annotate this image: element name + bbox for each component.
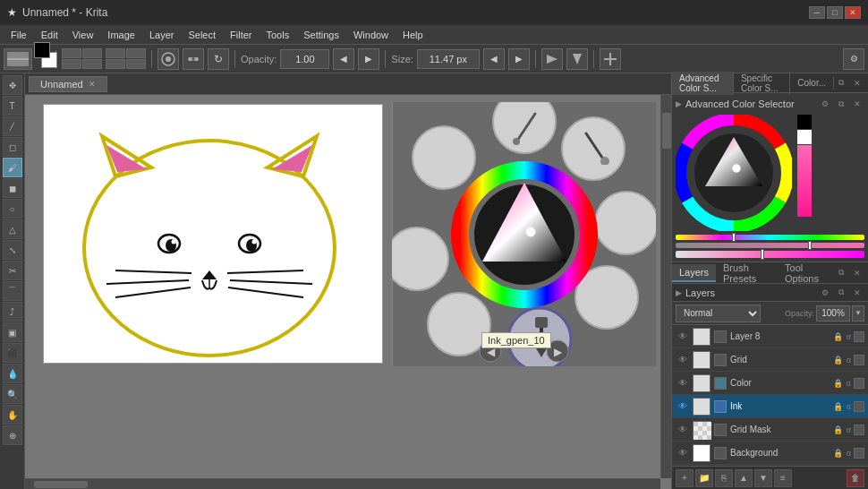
preset-btn-3[interactable] xyxy=(62,59,81,69)
tab-layers[interactable]: Layers xyxy=(672,264,716,282)
color-wheel[interactable] xyxy=(676,115,792,231)
tool-freehand[interactable]: ╱ xyxy=(3,116,22,136)
layer-lock-color[interactable]: 🔒 xyxy=(833,378,844,389)
preset-btn-7[interactable] xyxy=(106,59,125,69)
tool-brush[interactable]: 🖌 xyxy=(3,158,22,177)
menu-image[interactable]: Image xyxy=(100,28,142,42)
canvas-vscroll[interactable] xyxy=(660,95,671,478)
tool-eraser[interactable]: ◼ xyxy=(3,178,22,198)
tab-specific-color[interactable]: Specific Color S... xyxy=(734,72,790,95)
layer-lock-8[interactable]: 🔒 xyxy=(833,331,844,342)
canvas-area[interactable]: ◀ ▶ xyxy=(25,95,671,489)
flip-h-btn[interactable] xyxy=(541,48,563,70)
fg-bg-colors[interactable] xyxy=(34,42,50,75)
flip-v-btn[interactable] xyxy=(566,48,588,70)
preset-btn-5[interactable] xyxy=(106,48,125,58)
layers-settings-icon[interactable]: ⚙ xyxy=(818,286,832,300)
refresh-btn[interactable]: ↻ xyxy=(208,48,229,70)
tool-polygon[interactable]: △ xyxy=(3,219,22,239)
menu-help[interactable]: Help xyxy=(396,28,430,42)
size-up-btn[interactable]: ▶ xyxy=(508,48,530,70)
layer-opacity-input[interactable] xyxy=(816,305,850,322)
tool-bezier[interactable]: ⤴ xyxy=(3,302,22,322)
minimize-button[interactable]: ─ xyxy=(809,6,825,19)
layer-add-btn[interactable]: + xyxy=(676,469,694,487)
tool-gradient[interactable]: ▣ xyxy=(3,322,22,342)
tool-transform[interactable]: ⤡ xyxy=(3,240,22,260)
layer-blend-mode[interactable]: Normal xyxy=(676,305,761,322)
tool-fill[interactable]: ⬛ xyxy=(3,343,22,363)
layer-opacity-options[interactable]: ▼ xyxy=(852,305,864,322)
opacity-up-btn[interactable]: ▶ xyxy=(358,48,379,70)
maximize-button[interactable]: □ xyxy=(827,6,843,19)
brush-type-btn[interactable] xyxy=(157,48,179,70)
tool-measure[interactable]: ✂ xyxy=(3,261,22,280)
brush-pattern-selector[interactable] xyxy=(4,48,32,70)
tab-brush-presets[interactable]: Brush Presets xyxy=(716,262,778,287)
settings-icon[interactable]: ⚙ xyxy=(843,48,864,70)
tool-zoom[interactable]: 🔍 xyxy=(3,384,22,404)
layer-vis-8[interactable]: 👁 xyxy=(676,330,690,344)
tool-move[interactable]: ✥ xyxy=(3,75,22,95)
tool-eyedrop[interactable]: 💧 xyxy=(3,364,22,383)
layer-row-color[interactable]: 👁 Color 🔒 α xyxy=(672,372,868,395)
menu-select[interactable]: Select xyxy=(181,28,223,42)
swatch-white[interactable] xyxy=(797,130,812,144)
layers-close-icon[interactable]: ✕ xyxy=(850,286,864,300)
layer-lock-grid[interactable]: 🔒 xyxy=(833,355,844,365)
menu-layer[interactable]: Layer xyxy=(142,28,182,42)
tab-color[interactable]: Color... xyxy=(790,76,834,90)
preset-btn-2[interactable] xyxy=(82,48,102,58)
tool-text[interactable]: T xyxy=(3,96,22,116)
foreground-color[interactable] xyxy=(34,42,50,58)
layer-row-8[interactable]: 👁 Layer 8 🔒 α xyxy=(672,325,868,348)
canvas-tab-close[interactable]: ✕ xyxy=(89,80,96,89)
tab-tool-options[interactable]: Tool Options xyxy=(778,262,834,287)
layer-row-gridmask[interactable]: 👁 Grid Mask 🔒 α xyxy=(672,418,868,442)
layer-lock-gridmask[interactable]: 🔒 xyxy=(833,425,844,435)
color-panel-settings[interactable]: ⚙ xyxy=(818,97,832,111)
layer-folder-btn[interactable]: 📁 xyxy=(695,469,713,487)
layer-lock-ink[interactable]: 🔒 xyxy=(833,401,844,412)
brush-picker-panel[interactable]: ◀ ▶ xyxy=(392,102,656,366)
tab-advanced-color[interactable]: Advanced Color S... xyxy=(672,72,734,95)
cat-drawing-canvas[interactable] xyxy=(43,104,383,364)
layer-properties-btn[interactable]: ≡ xyxy=(774,469,792,487)
canvas-tab-unnamed[interactable]: Unnamed ✕ xyxy=(29,76,107,92)
layer-lock-bg[interactable]: 🔒 xyxy=(833,448,844,459)
extra-btn-1[interactable] xyxy=(600,48,621,70)
layer-vis-color[interactable]: 👁 xyxy=(676,376,690,390)
layers-panel-float[interactable]: ⧉ xyxy=(834,266,848,280)
layer-copy-btn[interactable]: ⎘ xyxy=(715,469,733,487)
layer-row-bg[interactable]: 👁 Background 🔒 α xyxy=(672,442,868,465)
size-input[interactable] xyxy=(417,49,480,69)
panel-close-icon[interactable]: ✕ xyxy=(850,76,864,90)
layer-delete-btn[interactable]: 🗑 xyxy=(847,469,864,487)
color-bar-s[interactable] xyxy=(676,243,864,248)
menu-tools[interactable]: Tools xyxy=(260,28,297,42)
size-down-btn[interactable]: ◀ xyxy=(483,48,505,70)
layer-down-btn[interactable]: ▼ xyxy=(754,469,772,487)
canvas-hscroll[interactable] xyxy=(25,478,660,489)
brush-settings-btn[interactable] xyxy=(183,48,204,70)
opacity-down-btn[interactable]: ◀ xyxy=(333,48,354,70)
layer-vis-grid[interactable]: 👁 xyxy=(676,353,690,367)
tool-select-shape[interactable]: ◻ xyxy=(3,137,22,157)
color-panel-close[interactable]: ✕ xyxy=(850,97,864,111)
menu-window[interactable]: Window xyxy=(346,28,396,42)
color-panel-float[interactable]: ⧉ xyxy=(834,97,848,111)
tool-pan[interactable]: ✋ xyxy=(3,405,22,425)
layer-row-grid[interactable]: 👁 Grid 🔒 α xyxy=(672,348,868,372)
layer-vis-ink[interactable]: 👁 xyxy=(676,399,690,414)
swatch-pink[interactable] xyxy=(797,145,812,217)
preset-btn-1[interactable] xyxy=(62,48,81,58)
tool-path[interactable]: ⌒ xyxy=(3,281,22,301)
layers-panel-close[interactable]: ✕ xyxy=(850,266,864,280)
menu-edit[interactable]: Edit xyxy=(34,28,65,42)
preset-btn-8[interactable] xyxy=(126,59,146,69)
menu-file[interactable]: File xyxy=(4,28,34,42)
layer-vis-bg[interactable]: 👁 xyxy=(676,446,690,460)
swatch-black[interactable] xyxy=(797,115,812,129)
menu-filter[interactable]: Filter xyxy=(223,28,259,42)
color-bar-final[interactable] xyxy=(676,251,864,258)
